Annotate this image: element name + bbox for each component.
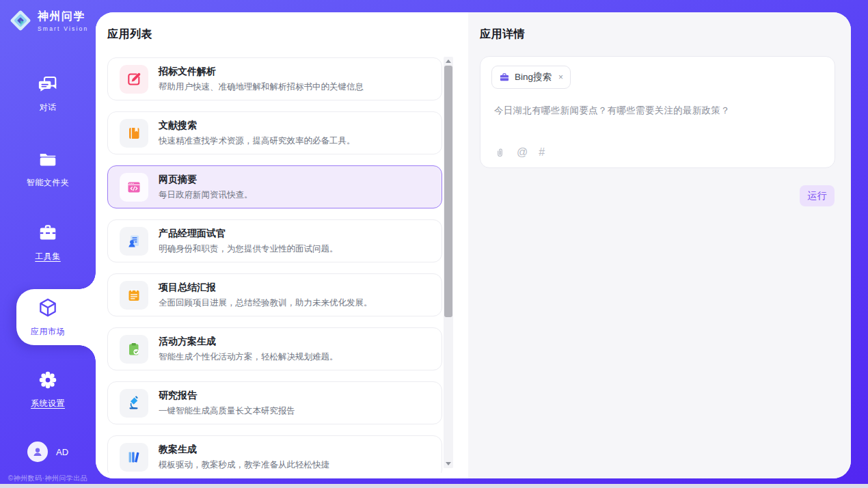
- app-name: 活动方案生成: [159, 336, 338, 348]
- brand-subtitle: Smart Vision: [38, 25, 88, 32]
- app-card-pm-interviewer[interactable]: 产品经理面试官 明确身份和职责，为您提供专业性的面试问题。: [107, 219, 442, 262]
- app-card-lesson-plan[interactable]: 教案生成 模板驱动，教案秒成，教学准备从此轻松快捷: [107, 435, 442, 473]
- window-bottom-edge: [0, 484, 868, 488]
- app-description: 全面回顾项目进展，总结经验教训，助力未来优化发展。: [159, 297, 372, 309]
- briefcase-icon: [499, 72, 510, 83]
- book-icon: [120, 119, 148, 148]
- avatar: [27, 442, 48, 462]
- interviewer-icon: [120, 227, 148, 256]
- tool-tag-close-icon[interactable]: ×: [558, 72, 563, 82]
- tool-tag-bing-search[interactable]: Bing搜索 ×: [491, 66, 571, 89]
- clipboard-check-icon: [120, 335, 148, 364]
- app-list-title: 应用列表: [107, 27, 152, 42]
- user-name: AD: [56, 447, 68, 457]
- cube-icon: [37, 297, 59, 318]
- app-list: 招标文件解析 帮助用户快速、准确地理解和解析招标书中的关键信息 文献搜索 快速精…: [107, 56, 442, 473]
- scrollbar-thumb[interactable]: [444, 66, 452, 317]
- sidebar-item-label: 智能文件夹: [0, 177, 96, 189]
- brand-name: 神州问学: [38, 10, 88, 24]
- prompt-text[interactable]: 今日湖北有哪些新闻要点？有哪些需要关注的最新政策？: [494, 105, 821, 117]
- app-description: 快速精准查找学术资源，提高研究效率的必备工具。: [159, 135, 355, 147]
- app-detail-section: 应用详情 Bing搜索 × 今日湖北有哪些新闻要点？有哪些需要关注的最新政策？ …: [468, 12, 851, 478]
- app-card-research-report[interactable]: 研究报告 一键智能生成高质量长文本研究报告: [107, 381, 442, 424]
- app-name: 产品经理面试官: [159, 228, 338, 240]
- scroll-down-arrow-icon[interactable]: [444, 459, 453, 468]
- user-account[interactable]: AD: [0, 442, 96, 462]
- app-name: 教案生成: [159, 444, 329, 456]
- sidebar-item-label: 应用市场: [0, 326, 96, 338]
- app-description: 明确身份和职责，为您提供专业性的面试问题。: [159, 243, 338, 255]
- webpage-code-icon: [120, 173, 148, 202]
- sidebar-item-smart-folder[interactable]: 智能文件夹: [0, 149, 96, 189]
- app-card-event-plan[interactable]: 活动方案生成 智能生成个性化活动方案，轻松解决规划难题。: [107, 327, 442, 370]
- scroll-up-arrow-icon[interactable]: [444, 57, 453, 66]
- tool-tag-label: Bing搜索: [515, 71, 552, 83]
- app-card-web-summary[interactable]: 网页摘要 每日政府新闻资讯快查。: [107, 165, 442, 208]
- app-detail-title: 应用详情: [480, 27, 525, 42]
- app-list-section: 应用列表 招标文件解析 帮助用户快速、准确地理解和解析招标书中的关键信息: [96, 12, 468, 478]
- run-button[interactable]: 运行: [800, 185, 835, 206]
- app-name: 项目总结汇报: [159, 282, 372, 294]
- app-description: 帮助用户快速、准确地理解和解析招标书中的关键信息: [159, 81, 364, 93]
- toolbox-icon: [38, 223, 58, 243]
- sidebar-item-label: 对话: [0, 102, 96, 113]
- sidebar-item-settings[interactable]: 系统设置: [0, 370, 96, 409]
- brand-logo: 神州问学 Smart Vision: [8, 8, 88, 33]
- sidebar: 神州问学 Smart Vision 对话 智能文件夹 工具集: [0, 0, 96, 488]
- person-icon: [31, 446, 44, 458]
- app-description: 模板驱动，教案秒成，教学准备从此轻松快捷: [159, 459, 329, 471]
- prompt-card: Bing搜索 × 今日湖北有哪些新闻要点？有哪些需要关注的最新政策？ @ #: [480, 56, 835, 168]
- sidebar-item-chat[interactable]: 对话: [0, 74, 96, 113]
- app-name: 网页摘要: [159, 174, 253, 186]
- app-name: 文献搜索: [159, 120, 355, 132]
- main-panel: 应用列表 招标文件解析 帮助用户快速、准确地理解和解析招标书中的关键信息: [96, 12, 851, 478]
- app-card-project-summary[interactable]: 项目总结汇报 全面回顾项目进展，总结经验教训，助力未来优化发展。: [107, 273, 442, 316]
- paperclip-icon[interactable]: [494, 147, 506, 159]
- hash-icon[interactable]: #: [539, 146, 545, 159]
- app-description: 智能生成个性化活动方案，轻松解决规划难题。: [159, 351, 338, 363]
- sidebar-item-label: 系统设置: [0, 398, 96, 409]
- list-scrollbar[interactable]: [444, 57, 453, 468]
- app-card-bid-parse[interactable]: 招标文件解析 帮助用户快速、准确地理解和解析招标书中的关键信息: [107, 57, 442, 100]
- bid-document-icon: [120, 65, 148, 94]
- summary-note-icon: [120, 281, 148, 310]
- app-description: 每日政府新闻资讯快查。: [159, 189, 253, 201]
- sidebar-item-app-market[interactable]: 应用市场: [0, 297, 96, 338]
- app-card-literature-search[interactable]: 文献搜索 快速精准查找学术资源，提高研究效率的必备工具。: [107, 111, 442, 154]
- app-name: 招标文件解析: [159, 66, 364, 78]
- microscope-icon: [120, 389, 148, 418]
- books-icon: [120, 443, 148, 472]
- folder-icon: [38, 149, 58, 170]
- chat-icon: [38, 74, 58, 94]
- attachment-toolbar: @ #: [494, 146, 545, 159]
- app-name: 研究报告: [159, 390, 295, 402]
- app-description: 一键智能生成高质量长文本研究报告: [159, 405, 295, 417]
- copyright-footer: ©神州数码·神州问学出品: [0, 474, 96, 483]
- sidebar-item-label: 工具集: [0, 251, 96, 262]
- sidebar-item-toolset[interactable]: 工具集: [0, 223, 96, 262]
- diamond-logo-icon: [8, 8, 33, 33]
- gear-icon: [38, 370, 58, 390]
- at-icon[interactable]: @: [517, 146, 528, 159]
